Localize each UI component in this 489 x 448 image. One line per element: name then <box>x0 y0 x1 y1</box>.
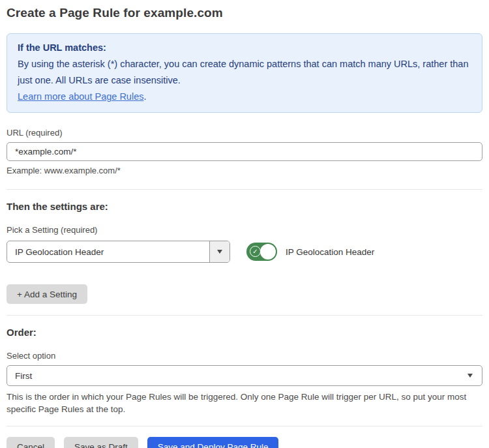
toggle-knob <box>260 244 276 260</box>
link-period: . <box>143 91 146 102</box>
section-divider <box>7 426 482 426</box>
save-deploy-button[interactable]: Save and Deploy Page Rule <box>147 437 279 448</box>
setting-select-value: IP Geolocation Header <box>7 241 209 262</box>
save-draft-button[interactable]: Save as Draft <box>64 437 138 448</box>
order-section-heading: Order: <box>7 327 482 338</box>
url-input[interactable] <box>7 142 482 161</box>
url-matches-info-box: If the URL matches: By using the asteris… <box>7 33 482 113</box>
page-title: Create a Page Rule for example.com <box>7 6 482 20</box>
url-example-helper: Example: www.example.com/* <box>7 166 482 175</box>
setting-picker-row: IP Geolocation Header ✓ IP Geolocation H… <box>7 241 482 263</box>
url-field-label: URL (required) <box>7 128 482 138</box>
add-setting-button[interactable]: + Add a Setting <box>7 284 87 304</box>
info-box-body: By using the asterisk (*) character, you… <box>18 56 471 89</box>
section-divider <box>7 315 482 316</box>
form-actions: Cancel Save as Draft Save and Deploy Pag… <box>7 437 482 448</box>
order-select[interactable]: First <box>7 365 482 386</box>
ip-geolocation-toggle[interactable]: ✓ <box>246 243 277 261</box>
toggle-label: IP Geolocation Header <box>286 247 374 257</box>
pick-setting-label: Pick a Setting (required) <box>7 225 482 235</box>
order-select-label: Select option <box>7 351 482 361</box>
chevron-down-icon <box>217 250 222 254</box>
toggle-check-icon: ✓ <box>250 246 261 257</box>
settings-section-heading: Then the settings are: <box>7 201 482 212</box>
order-helper-text: This is the order in which your Page Rul… <box>7 391 469 415</box>
section-divider <box>7 189 482 190</box>
info-box-heading: If the URL matches: <box>18 40 471 56</box>
setting-select-arrow-button[interactable] <box>209 241 230 262</box>
cancel-button[interactable]: Cancel <box>7 437 55 448</box>
info-box-link-line: Learn more about Page Rules. <box>18 89 471 105</box>
order-select-value: First <box>15 371 32 381</box>
create-page-rule-form: Create a Page Rule for example.com If th… <box>0 0 489 448</box>
learn-more-link[interactable]: Learn more about Page Rules <box>18 91 143 102</box>
chevron-down-icon <box>467 374 473 378</box>
setting-select[interactable]: IP Geolocation Header <box>7 241 230 263</box>
